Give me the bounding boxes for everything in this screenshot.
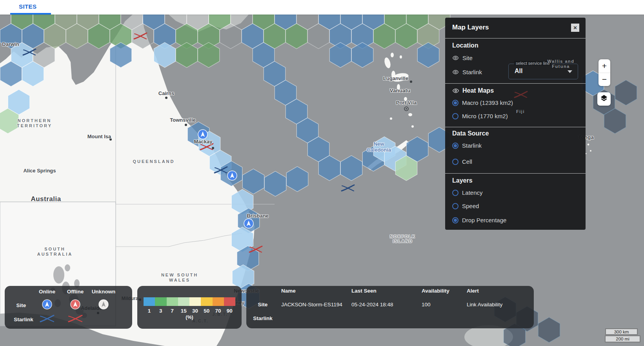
- map-layers-panel: Map Layers ✕ Location Site Starlink sele…: [445, 18, 586, 230]
- info-header: Starlink: [253, 315, 273, 321]
- radio-icon: [452, 159, 458, 165]
- eye-icon: [452, 87, 459, 94]
- legend-col-online: Online: [39, 289, 55, 295]
- color-scale-panel: 1371530507090 (%): [137, 286, 242, 329]
- info-cell: 100: [422, 302, 431, 308]
- map-scale-mi: 200 mi: [605, 335, 640, 342]
- site-offline-icon: [70, 299, 80, 311]
- layers-icon: [600, 94, 608, 104]
- top-navigation-bar: SITES: [0, 0, 644, 15]
- radio-icon: [452, 203, 458, 209]
- info-header: Name: [281, 288, 296, 294]
- panel-title: Map Layers: [452, 24, 489, 31]
- site-marker[interactable]: [244, 219, 253, 228]
- radio-datasource-starlink[interactable]: Starlink: [452, 142, 482, 149]
- starlink-offline-icon: [68, 315, 83, 324]
- radio-icon: [452, 217, 458, 223]
- site-info-panel: NameLast SeenAvailabilityAlertSiteJACKSO…: [246, 286, 534, 328]
- info-cell: JACKSON-Storm-ES1194: [281, 302, 342, 308]
- radio-icon: [452, 113, 458, 119]
- info-cell: Link Availability: [467, 302, 502, 308]
- color-scale-value: 1: [144, 308, 155, 314]
- service-line-label: select service line: [514, 61, 551, 66]
- section-layers-title: Layers: [452, 177, 473, 184]
- chevron-down-icon: [568, 70, 572, 73]
- color-scale-value: 90: [224, 308, 235, 314]
- tab-sites[interactable]: SITES: [19, 3, 36, 10]
- color-scale-value: 15: [178, 308, 189, 314]
- landmass-tonga: [585, 144, 591, 154]
- legend-col-unknown: Unknown: [92, 289, 116, 295]
- color-scale-segment: [144, 297, 155, 306]
- radio-layer-latency[interactable]: Latency: [452, 189, 483, 196]
- map-scale-km: 300 km: [605, 328, 638, 335]
- zoom-in-button[interactable]: +: [599, 59, 610, 73]
- color-scale-value: 50: [201, 308, 212, 314]
- legend-col-offline: Offline: [67, 289, 84, 295]
- color-scale-unit: (%): [144, 315, 235, 320]
- radio-layer-speed[interactable]: Speed: [452, 203, 479, 209]
- color-scale-segment: [201, 297, 212, 306]
- starlink-online-icon: [40, 315, 55, 324]
- info-header: Alert: [467, 288, 479, 294]
- landmass-vanuatu: [384, 53, 414, 128]
- color-scale-values: 1371530507090: [144, 308, 235, 314]
- zoom-out-button[interactable]: −: [599, 73, 610, 86]
- radio-heatmap-macro[interactable]: Macro (12393 km2): [452, 99, 513, 106]
- color-scale-value: 7: [167, 308, 178, 314]
- color-scale-segment: [224, 297, 235, 306]
- site-online-icon: [42, 299, 52, 311]
- color-scale-value: 3: [155, 308, 166, 314]
- service-line-select[interactable]: select service line All: [508, 64, 578, 79]
- color-scale-segment: [213, 297, 224, 306]
- service-line-value: All: [515, 68, 522, 75]
- site-unknown-icon: [98, 299, 109, 311]
- toggle-location-starlink[interactable]: Starlink: [452, 69, 482, 75]
- radio-icon: [452, 100, 458, 106]
- eye-icon: [452, 69, 459, 75]
- radio-icon: [452, 190, 458, 196]
- color-scale-segment: [167, 297, 178, 306]
- legend-row-starlink: Starlink: [14, 317, 33, 322]
- radio-heatmap-micro[interactable]: Micro (1770 km2): [452, 113, 508, 119]
- app-window: SITES: [0, 0, 644, 346]
- basemap-layers-button[interactable]: [597, 92, 611, 106]
- eye-icon: [452, 55, 459, 61]
- color-scale-value: 30: [189, 308, 201, 314]
- radio-layer-drop-percentage[interactable]: Drop Percentage: [452, 217, 506, 223]
- toggle-location-site[interactable]: Site: [452, 55, 473, 61]
- site-marker[interactable]: [198, 130, 207, 139]
- tab-active-indicator: [10, 13, 51, 15]
- color-scale-segment: [155, 297, 166, 306]
- legend-row-site: Site: [16, 302, 26, 308]
- legend-panel: Online Offline Unknown Site Starlink: [5, 286, 132, 329]
- color-scale-segment: [189, 297, 201, 306]
- color-scale-bar: [144, 297, 235, 306]
- color-scale-segment: [178, 297, 189, 306]
- color-scale-value: 70: [213, 308, 224, 314]
- site-marker[interactable]: [227, 171, 237, 180]
- close-icon[interactable]: ✕: [571, 24, 579, 32]
- radio-datasource-cell[interactable]: Cell: [452, 158, 472, 165]
- info-header: Last Seen: [351, 288, 377, 294]
- info-header: Availability: [422, 288, 449, 294]
- section-location-title: Location: [452, 42, 478, 49]
- info-header: Site: [258, 302, 268, 308]
- section-heatmaps-title: Heat Maps: [452, 87, 494, 94]
- info-cell: 05-24-2024 18:48: [351, 302, 393, 308]
- section-datasource-title: Data Source: [452, 130, 489, 137]
- zoom-controls: + −: [599, 59, 610, 86]
- radio-icon: [452, 143, 458, 149]
